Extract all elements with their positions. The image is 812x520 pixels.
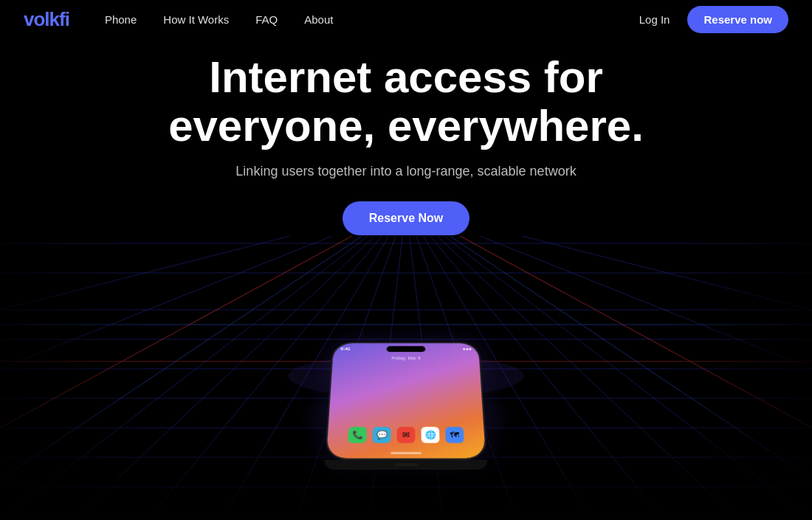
hero-section: volkfi Phone How It Works FAQ About Log … <box>0 0 812 520</box>
phone-mockup: 9:41 ●●● Friday, Mar 9 📞 💬 ✉ 🌐 🗺 <box>324 342 488 470</box>
brand-logo[interactable]: volkfi <box>24 8 69 31</box>
navbar: volkfi Phone How It Works FAQ About Log … <box>0 0 812 38</box>
reserve-now-button-hero[interactable]: Reserve Now <box>343 201 470 235</box>
reserve-now-button-nav[interactable]: Reserve now <box>687 6 788 33</box>
phone-signal: ●●● <box>462 347 471 351</box>
logo-text-fi: fi <box>59 8 69 30</box>
hero-subtitle: Linking users together into a long-range… <box>235 164 576 179</box>
nav-how-it-works[interactable]: How It Works <box>163 13 229 26</box>
phone-app-icon: 📞 <box>348 427 367 443</box>
nav-links: Phone How It Works FAQ About <box>105 13 639 26</box>
chrome-app-icon: 🌐 <box>421 427 439 443</box>
hero-title: Internet access for everyone, everywhere… <box>148 53 664 150</box>
phone-bottom <box>324 460 488 469</box>
phone-home-bar <box>390 452 422 454</box>
logo-text-volk: volk <box>24 8 59 30</box>
messages-app-icon: 💬 <box>372 427 390 443</box>
phone-outer: 9:41 ●●● Friday, Mar 9 📞 💬 ✉ 🌐 🗺 <box>325 342 487 460</box>
phone-screen: 9:41 ●●● Friday, Mar 9 📞 💬 ✉ 🌐 🗺 <box>326 343 486 458</box>
nav-faq[interactable]: FAQ <box>255 13 278 26</box>
nav-phone[interactable]: Phone <box>105 13 137 26</box>
nav-about[interactable]: About <box>304 13 333 26</box>
login-button[interactable]: Log In <box>639 13 670 26</box>
phone-time: 9:41 <box>340 347 351 351</box>
maps-app-icon: 🗺 <box>445 427 464 443</box>
nav-right: Log In Reserve now <box>639 6 788 33</box>
hero-content: Internet access for everyone, everywhere… <box>0 53 812 235</box>
phone-status-bar: 9:41 ●●● <box>333 343 478 353</box>
phone-speaker <box>394 463 418 466</box>
gmail-app-icon: ✉ <box>397 427 416 443</box>
phone-app-icons: 📞 💬 ✉ 🌐 🗺 <box>327 427 484 443</box>
phone-date: Friday, Mar 9 <box>333 356 479 361</box>
